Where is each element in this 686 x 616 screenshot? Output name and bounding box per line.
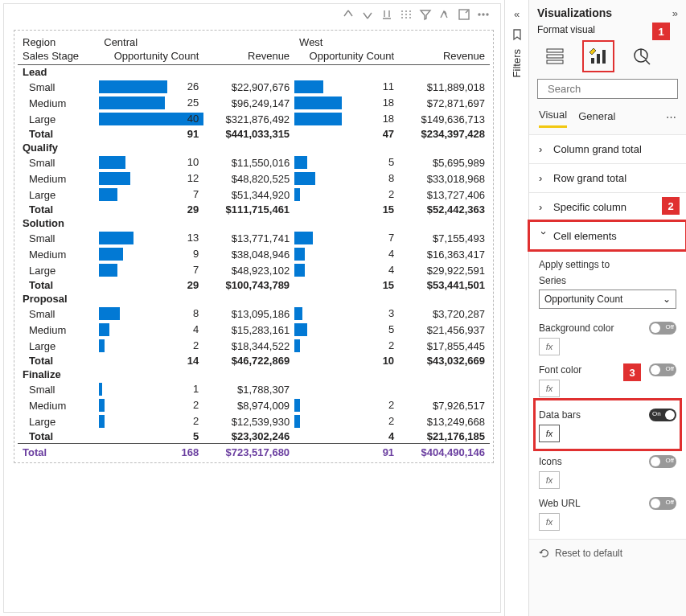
header-count[interactable]: Opportunity Count — [99, 49, 203, 65]
table-row[interactable]: Large 7 $51,344,920 2 $13,727,406 — [18, 187, 490, 203]
collapse-chevron-icon[interactable]: « — [514, 8, 520, 20]
data-bar-cell[interactable]: 5 — [294, 322, 399, 338]
weburl-toggle[interactable]: Off — [649, 497, 676, 510]
data-bar-cell[interactable]: 25 — [99, 95, 203, 111]
tab-general[interactable]: General — [578, 107, 615, 127]
data-bar-cell[interactable]: 2 — [99, 397, 203, 413]
table-row[interactable]: Medium 12 $48,820,525 8 $33,018,968 — [18, 170, 490, 187]
subtotal-row[interactable]: Total 14$46,722,869 10$43,032,669 — [18, 354, 490, 368]
icons-toggle[interactable]: Off — [649, 455, 676, 468]
group-header[interactable]: Proposal — [18, 292, 490, 306]
data-bar-cell[interactable]: 18 — [294, 95, 399, 111]
font-color-fx-button[interactable]: fx — [539, 380, 560, 397]
data-bar-cell[interactable]: 8 — [294, 170, 399, 187]
subtotal-row[interactable]: Total 91$441,033,315 47$234,397,428 — [18, 127, 490, 141]
data-bar-cell[interactable]: 26 — [99, 79, 203, 95]
bookmark-icon[interactable] — [511, 28, 524, 41]
table-row[interactable]: Large 2 $12,539,930 2 $13,249,668 — [18, 413, 490, 429]
data-bar-cell[interactable]: 2 — [294, 187, 399, 203]
more-icon[interactable] — [476, 7, 491, 22]
table-row[interactable]: Small 1 $1,788,307 — [18, 381, 490, 397]
table-row[interactable]: Large 2 $18,344,522 2 $17,855,445 — [18, 338, 490, 354]
data-bar-cell[interactable]: 7 — [99, 187, 203, 203]
data-bar-cell[interactable]: 18 — [294, 111, 399, 127]
search-input[interactable] — [548, 83, 683, 95]
accordion-cell-elements[interactable]: › Cell elements — [529, 221, 686, 250]
table-row[interactable]: Small 10 $11,550,016 5 $5,695,989 — [18, 154, 490, 170]
format-search[interactable] — [537, 79, 678, 99]
group-header[interactable]: Finalize — [18, 368, 490, 381]
header-revenue[interactable]: Revenue — [399, 49, 490, 65]
header-west[interactable]: West — [294, 35, 490, 49]
data-bars-fx-button[interactable]: fx — [539, 425, 560, 442]
accordion-row-grand-total[interactable]: › Row grand total — [529, 163, 686, 192]
bg-color-toggle[interactable]: Off — [649, 322, 676, 335]
header-count[interactable]: Opportunity Count — [294, 49, 399, 65]
matrix-visual[interactable]: Region Central West Sales Stage Opportun… — [14, 30, 494, 463]
grand-total-row[interactable]: Total 168$723,517,680 91$404,490,146 — [18, 444, 490, 460]
format-visual-button[interactable] — [585, 43, 611, 69]
build-visual-button[interactable] — [542, 43, 568, 69]
data-bar-cell[interactable]: 10 — [99, 154, 203, 170]
table-row[interactable]: Large 7 $48,923,102 4 $29,922,591 — [18, 262, 490, 278]
spotlight-icon[interactable] — [437, 7, 452, 22]
drill-down-icon[interactable] — [360, 7, 375, 22]
data-bar-cell[interactable]: 3 — [294, 306, 399, 322]
series-dropdown[interactable]: Opportunity Count ⌄ — [539, 290, 676, 309]
expand-all-icon[interactable] — [399, 7, 413, 22]
subtotal-row[interactable]: Total 29$111,715,461 15$52,442,363 — [18, 203, 490, 216]
analytics-button[interactable] — [629, 43, 655, 69]
group-header[interactable]: Qualify — [18, 141, 490, 154]
data-bar-cell[interactable]: 2 — [99, 338, 203, 354]
filters-pane-collapsed[interactable]: « Filters — [504, 0, 528, 616]
table-row[interactable]: Large 40 $321,876,492 18 $149,636,713 — [18, 111, 490, 127]
data-bar-cell[interactable]: 40 — [99, 111, 203, 127]
data-bar-cell[interactable] — [294, 381, 399, 397]
header-central[interactable]: Central — [99, 35, 294, 49]
data-bar-cell[interactable]: 2 — [99, 413, 203, 429]
data-bar-cell[interactable]: 7 — [99, 262, 203, 278]
subtotal-row[interactable]: Total 29$100,743,789 15$53,441,501 — [18, 278, 490, 292]
data-bar-cell[interactable]: 4 — [294, 246, 399, 262]
drill-up-icon[interactable] — [341, 7, 355, 22]
data-bar-cell[interactable]: 13 — [99, 230, 203, 246]
header-stage[interactable]: Sales Stage — [18, 49, 99, 65]
subtotal-row[interactable]: Total 5$23,302,246 4$21,176,185 — [18, 429, 490, 444]
data-bar-cell[interactable]: 2 — [294, 338, 399, 354]
group-header[interactable]: Lead — [18, 65, 490, 80]
data-bar-cell[interactable]: 5 — [294, 154, 399, 170]
data-bar-cell[interactable]: 1 — [99, 381, 203, 397]
filter-icon[interactable] — [418, 7, 433, 22]
more-format-icon[interactable]: ⋯ — [666, 111, 676, 123]
tab-visual[interactable]: Visual — [539, 105, 567, 128]
data-bar-cell[interactable]: 7 — [294, 230, 399, 246]
table-row[interactable]: Medium 2 $8,974,009 2 $7,926,517 — [18, 397, 490, 413]
table-row[interactable]: Medium 25 $96,249,147 18 $72,871,697 — [18, 95, 490, 111]
table-row[interactable]: Small 13 $13,771,741 7 $7,155,493 — [18, 230, 490, 246]
focus-icon[interactable] — [457, 7, 471, 22]
group-header[interactable]: Solution — [18, 216, 490, 230]
data-bars-toggle[interactable]: On — [649, 409, 676, 421]
header-region[interactable]: Region — [18, 35, 99, 49]
table-row[interactable]: Medium 4 $15,283,161 5 $21,456,937 — [18, 322, 490, 338]
data-bar-cell[interactable]: 4 — [294, 262, 399, 278]
bg-color-fx-button[interactable]: fx — [539, 338, 560, 355]
table-row[interactable]: Medium 9 $38,048,946 4 $16,363,417 — [18, 246, 490, 262]
table-row[interactable]: Small 26 $22,907,676 11 $11,889,018 — [18, 79, 490, 95]
font-color-toggle[interactable]: Off — [649, 363, 676, 376]
header-revenue[interactable]: Revenue — [203, 49, 294, 65]
data-bar-cell[interactable]: 2 — [294, 397, 399, 413]
data-bar-cell[interactable]: 12 — [99, 170, 203, 187]
weburl-fx-button[interactable]: fx — [539, 513, 560, 531]
reset-to-default[interactable]: Reset to default — [529, 539, 686, 567]
data-bar-cell[interactable]: 8 — [99, 306, 203, 322]
expand-down-icon[interactable] — [380, 7, 394, 22]
accordion-column-grand-total[interactable]: › Column grand total — [529, 134, 686, 163]
data-bar-cell[interactable]: 4 — [99, 322, 203, 338]
data-bar-cell[interactable]: 11 — [294, 79, 399, 95]
table-row[interactable]: Small 8 $13,095,186 3 $3,720,287 — [18, 306, 490, 322]
expand-chevron-icon[interactable]: » — [672, 7, 678, 19]
data-bar-cell[interactable]: 9 — [99, 246, 203, 262]
data-bar-cell[interactable]: 2 — [294, 413, 399, 429]
icons-fx-button[interactable]: fx — [539, 471, 560, 489]
